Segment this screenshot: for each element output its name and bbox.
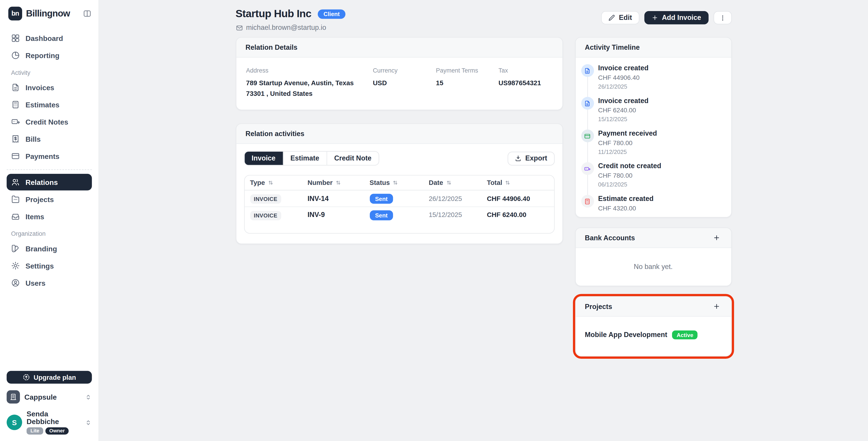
sidebar-item-label: Invoices — [26, 84, 54, 92]
collapse-sidebar-icon[interactable] — [83, 9, 91, 18]
invoice-total: CHF 6240.00 — [487, 211, 548, 219]
upgrade-plan-button[interactable]: Upgrade plan — [6, 371, 92, 384]
bank-accounts-title: Bank Accounts — [585, 234, 635, 242]
payments-icon — [11, 152, 20, 160]
field-address: Address 789 Startup Avenue, Austin, Texa… — [246, 67, 373, 99]
mail-icon — [236, 24, 243, 31]
logo-monogram: bn — [8, 6, 22, 20]
dashboard-icon — [11, 34, 20, 42]
sidebar-item-estimates[interactable]: Estimates — [6, 96, 92, 113]
tab-invoice[interactable]: Invoice — [244, 152, 283, 165]
relation-details-title: Relation Details — [246, 43, 298, 51]
workspace-switcher[interactable]: Cappsule — [6, 390, 92, 404]
invoice-number: INV-9 — [307, 211, 369, 219]
tab-estimate[interactable]: Estimate — [283, 152, 327, 165]
sidebar-item-bills[interactable]: Bills — [6, 131, 92, 147]
sidebar-item-credit-notes[interactable]: Credit Notes — [6, 114, 92, 130]
add-bank-account-button[interactable] — [712, 233, 721, 243]
sort-icon — [393, 180, 398, 185]
export-button[interactable]: Export — [507, 152, 554, 165]
reporting-icon — [11, 51, 20, 60]
user-menu[interactable]: S Senda Debbiche Lite Owner — [6, 410, 92, 435]
project-status-badge: Active — [672, 330, 698, 339]
timeline-event: Credit note created CHF 780.00 06/12/202… — [581, 162, 723, 188]
timeline-event: Invoice created CHF 6240.00 15/12/2025 — [581, 97, 723, 123]
col-type[interactable]: Type — [250, 179, 308, 187]
chevrons-up-down-icon — [85, 419, 92, 426]
sidebar-section-activity: Activity — [11, 68, 88, 77]
sidebar-section-organization: Organization — [11, 229, 88, 238]
user-avatar: S — [6, 415, 22, 430]
col-date[interactable]: Date — [429, 179, 487, 187]
edit-button[interactable]: Edit — [601, 11, 639, 24]
sidebar-item-label: Reporting — [26, 51, 59, 60]
activity-timeline-title: Activity Timeline — [585, 43, 640, 51]
field-currency: Currency USD — [373, 67, 436, 99]
plus-icon — [713, 303, 720, 310]
timeline-event: Payment received CHF 780.00 11/12/2025 — [581, 129, 723, 155]
projects-title: Projects — [585, 303, 612, 310]
estimate-created-icon — [581, 195, 594, 208]
sidebar-item-label: Credit Notes — [26, 118, 68, 126]
sidebar-item-reporting[interactable]: Reporting — [6, 47, 92, 64]
activities-table: Type Number Status Date Total INVOICE IN… — [244, 175, 555, 234]
credit-notes-icon — [11, 117, 20, 126]
sidebar-item-relations[interactable]: Relations — [6, 174, 92, 190]
project-name: Mobile App Development — [585, 331, 667, 339]
role-badge: Owner — [45, 427, 69, 435]
add-invoice-button[interactable]: Add Invoice — [644, 11, 708, 24]
col-total[interactable]: Total — [487, 179, 548, 187]
pencil-icon — [609, 14, 615, 21]
col-number[interactable]: Number — [307, 179, 369, 187]
sidebar-item-dashboard[interactable]: Dashboard — [6, 30, 92, 46]
activity-timeline-card: Activity Timeline Invoice created CHF — [575, 37, 732, 217]
projects-icon — [11, 195, 20, 204]
bank-empty-state: No bank yet. — [576, 248, 731, 286]
chevrons-up-down-icon — [85, 393, 92, 401]
sidebar-item-label: Bills — [26, 135, 41, 143]
page-title: Startup Hub Inc — [236, 8, 311, 20]
sidebar-nav: Dashboard Reporting Activity Invoices Es… — [0, 27, 98, 292]
status-badge: Sent — [370, 210, 393, 220]
relations-icon — [11, 178, 20, 187]
project-list-item[interactable]: Mobile App Development Active — [576, 317, 731, 356]
timeline-event: Estimate created CHF 4320.00 — [581, 195, 723, 211]
items-icon — [11, 212, 20, 221]
sidebar-item-branding[interactable]: Branding — [6, 240, 92, 257]
kebab-icon — [719, 14, 726, 21]
page-header: Startup Hub Inc Client michael.brown@sta… — [236, 8, 732, 31]
table-row[interactable]: INVOICE INV-9 Sent 15/12/2025 CHF 6240.0… — [244, 207, 554, 223]
invoice-created-icon — [581, 97, 594, 109]
field-payment-terms: Payment Terms 15 — [436, 67, 499, 99]
client-email: michael.brown@startup.io — [236, 24, 345, 31]
sidebar-item-label: Dashboard — [26, 34, 63, 42]
sidebar-item-items[interactable]: Items — [6, 208, 92, 225]
sidebar-item-users[interactable]: Users — [6, 275, 92, 291]
sidebar-item-label: Projects — [26, 195, 54, 203]
sidebar-item-invoices[interactable]: Invoices — [6, 79, 92, 96]
type-badge: INVOICE — [250, 211, 281, 220]
sidebar-item-projects[interactable]: Projects — [6, 191, 92, 208]
activity-type-tabs: Invoice Estimate Credit Note — [244, 151, 379, 166]
app-name: Billingnow — [26, 8, 70, 19]
sidebar: bn Billingnow Dashboard Reporting Activi… — [0, 0, 99, 441]
relation-activities-title: Relation activities — [246, 130, 304, 138]
client-email-text: michael.brown@startup.io — [246, 24, 326, 31]
main-content: Startup Hub Inc Client michael.brown@sta… — [99, 0, 868, 441]
invoice-total: CHF 44906.40 — [487, 195, 548, 202]
more-actions-button[interactable] — [713, 11, 732, 24]
sidebar-item-payments[interactable]: Payments — [6, 148, 92, 164]
sidebar-item-label: Items — [26, 212, 44, 221]
workspace-name: Cappsule — [24, 393, 80, 402]
col-status[interactable]: Status — [370, 179, 429, 187]
invoice-date: 26/12/2025 — [429, 195, 487, 202]
plan-badge: Lite — [27, 427, 43, 435]
table-row[interactable]: INVOICE INV-14 Sent 26/12/2025 CHF 44906… — [244, 191, 554, 207]
add-project-button[interactable] — [712, 301, 721, 311]
page: bn Billingnow Dashboard Reporting Activi… — [0, 0, 868, 441]
timeline-event: Invoice created CHF 44906.40 26/12/2025 — [581, 64, 723, 90]
sidebar-item-settings[interactable]: Settings — [6, 257, 92, 274]
app-logo: bn Billingnow — [8, 6, 70, 20]
sidebar-item-label: Branding — [26, 244, 57, 253]
tab-credit-note[interactable]: Credit Note — [327, 152, 379, 165]
